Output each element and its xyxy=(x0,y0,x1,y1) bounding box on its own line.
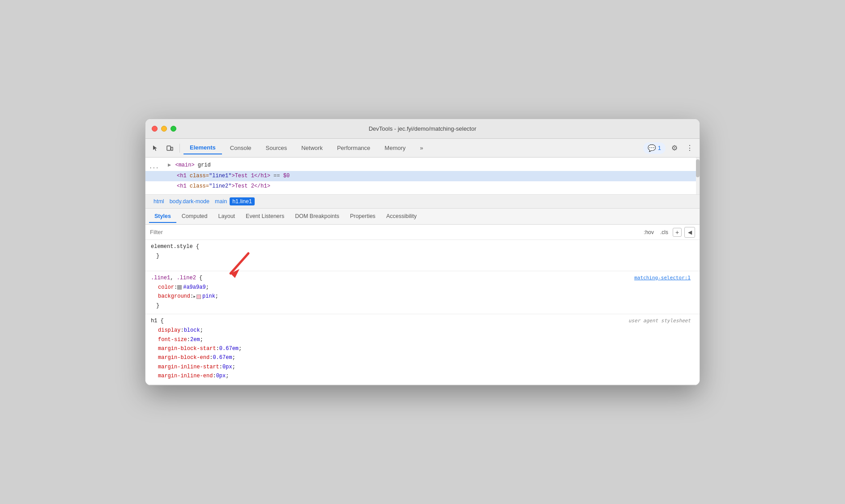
filter-right: :hov .cls + ◀ xyxy=(642,227,695,238)
css-selector: h1 { xyxy=(151,318,694,324)
pane-toggle-button[interactable]: ◀ xyxy=(684,227,695,238)
bg-color-swatch[interactable] xyxy=(196,295,201,299)
breadcrumb: html body.dark-mode main h1.line1 xyxy=(145,195,700,209)
expand-arrow: ▶ xyxy=(168,162,171,168)
tab-layout[interactable]: Layout xyxy=(213,210,241,223)
add-rule-button[interactable]: + xyxy=(673,228,682,237)
device-icon xyxy=(166,145,173,152)
dom-line-selected[interactable]: <h1 class="line1">Test 1</h1> == $0 xyxy=(145,171,700,181)
badge-button[interactable]: 💬 1 xyxy=(643,142,666,154)
tab-computed[interactable]: Computed xyxy=(176,210,213,223)
cls-button[interactable]: .cls xyxy=(658,228,670,236)
cursor-icon xyxy=(152,145,159,152)
closing-brace: } xyxy=(151,301,694,310)
tab-accessibility[interactable]: Accessibility xyxy=(381,210,422,223)
expand-triangle[interactable]: ▶ xyxy=(193,294,196,300)
style-tabs: Styles Computed Layout Event Listeners D… xyxy=(145,209,700,225)
settings-button[interactable]: ⚙ xyxy=(668,142,681,154)
breadcrumb-item-main[interactable]: main xyxy=(212,197,230,205)
css-property-font-size: font-size: 2em; xyxy=(151,335,694,344)
tab-network[interactable]: Network xyxy=(295,142,329,154)
css-property-color: color: #a9a9a9; xyxy=(151,283,694,292)
css-block-h1: h1 { user agent stylesheet display: bloc… xyxy=(145,314,700,384)
hov-button[interactable]: :hov xyxy=(642,228,656,236)
inspector-icon-button[interactable] xyxy=(149,142,162,154)
css-property-margin-inline-end: margin-inline-end: 0px; xyxy=(151,372,694,380)
minimize-button[interactable] xyxy=(161,126,167,132)
toolbar-divider xyxy=(179,144,180,153)
chat-icon: 💬 xyxy=(648,144,656,152)
badge-count: 1 xyxy=(658,145,661,151)
dots-button[interactable]: ... xyxy=(149,164,159,170)
tab-dom-breakpoints[interactable]: DOM Breakpoints xyxy=(290,210,345,223)
device-toggle-button[interactable] xyxy=(163,142,176,154)
svg-rect-1 xyxy=(171,147,173,150)
maximize-button[interactable] xyxy=(171,126,176,132)
styles-pane: element.style { } .line1, .line2 { match… xyxy=(145,240,700,385)
css-property-display: display: block; xyxy=(151,326,694,335)
tab-performance[interactable]: Performance xyxy=(331,142,376,154)
breadcrumb-item-html[interactable]: html xyxy=(151,197,167,205)
css-property-margin-inline-start: margin-inline-start: 0px; xyxy=(151,363,694,372)
more-options-button[interactable]: ⋮ xyxy=(683,142,696,154)
close-button[interactable] xyxy=(152,126,158,132)
toolbar-right: 💬 1 ⚙ ⋮ xyxy=(643,142,696,154)
traffic-lights xyxy=(152,126,176,132)
tab-elements[interactable]: Elements xyxy=(184,141,222,154)
devtools-window: DevTools - jec.fyi/demo/matching-selecto… xyxy=(145,119,700,385)
tab-sources[interactable]: Sources xyxy=(260,142,294,154)
closing-brace: } xyxy=(151,252,694,261)
devtools-toolbar: Elements Console Sources Network Perform… xyxy=(145,139,700,158)
dom-scrollbar-track xyxy=(696,158,700,194)
css-block-element-style: element.style { } xyxy=(145,240,700,271)
css-selector: element.style { xyxy=(151,243,694,250)
tab-styles[interactable]: Styles xyxy=(149,210,176,223)
tab-console[interactable]: Console xyxy=(224,142,258,154)
css-selector: .line1, .line2 { xyxy=(151,275,694,281)
dom-line[interactable]: ▶ <main> grid xyxy=(145,160,700,171)
titlebar: DevTools - jec.fyi/demo/matching-selecto… xyxy=(145,119,700,139)
dom-scrollbar-thumb[interactable] xyxy=(696,159,700,177)
svg-rect-0 xyxy=(167,146,171,150)
breadcrumb-item-h1[interactable]: h1.line1 xyxy=(230,197,255,205)
tab-properties[interactable]: Properties xyxy=(345,210,381,223)
color-swatch[interactable] xyxy=(177,285,182,290)
filter-input[interactable] xyxy=(150,229,642,235)
dom-tree: ... ▶ <main> grid <h1 class="line1">Test… xyxy=(145,158,700,195)
filter-bar: :hov .cls + ◀ xyxy=(145,225,700,240)
css-property-margin-block-start: margin-block-start: 0.67em; xyxy=(151,344,694,353)
css-property-background: background: ▶ pink; xyxy=(151,292,694,301)
tab-event-listeners[interactable]: Event Listeners xyxy=(240,210,290,223)
breadcrumb-item-body[interactable]: body.dark-mode xyxy=(167,197,212,205)
css-property-margin-block-end: margin-block-end: 0.67em; xyxy=(151,353,694,362)
css-block-line1-line2: .line1, .line2 { matching-selector:1 col… xyxy=(145,271,700,314)
tab-more[interactable]: » xyxy=(414,142,429,154)
user-agent-label: user agent stylesheet xyxy=(628,318,691,324)
window-title: DevTools - jec.fyi/demo/matching-selecto… xyxy=(369,125,477,132)
tab-memory[interactable]: Memory xyxy=(378,142,412,154)
dom-line[interactable]: <h1 class="line2">Test 2</h1> xyxy=(145,181,700,192)
css-source-link[interactable]: matching-selector:1 xyxy=(634,275,691,281)
